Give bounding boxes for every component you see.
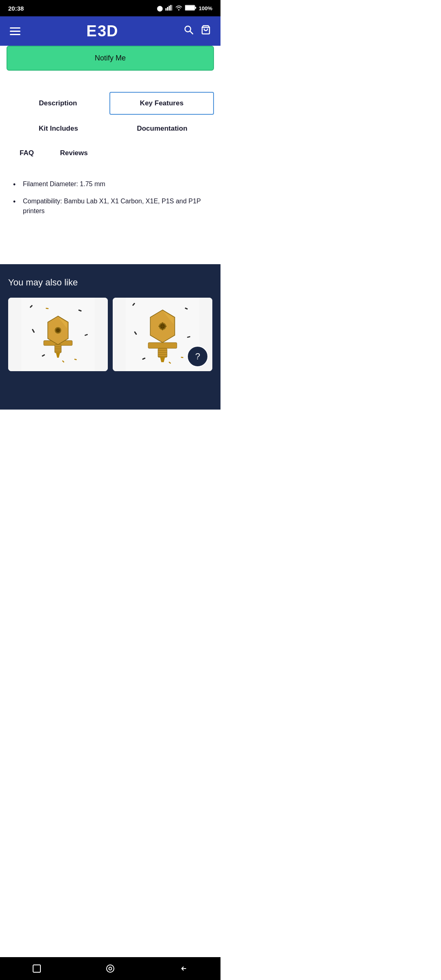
tab-row-1: Description Key Features: [7, 92, 214, 115]
product-grid: ?: [8, 298, 212, 371]
feature-item-1: Filament Diameter: 1.75 mm: [13, 179, 207, 189]
battery-percent: 100%: [199, 5, 212, 11]
svg-rect-47: [158, 348, 167, 357]
also-like-section: You may also like: [0, 264, 220, 387]
logo-middle: 3: [98, 22, 106, 40]
time: 20:38: [8, 5, 24, 12]
tab-documentation[interactable]: Documentation: [110, 118, 214, 139]
logo: E 3 D: [87, 22, 118, 40]
tab-description[interactable]: Description: [7, 92, 109, 115]
svg-rect-4: [172, 5, 173, 11]
tab-row-2: Kit Includes Documentation: [7, 118, 214, 139]
product-card-1[interactable]: [8, 298, 108, 371]
logo-bracket-right: D: [107, 22, 118, 40]
tab-reviews[interactable]: Reviews: [55, 143, 93, 164]
status-icons: ⬤ 100%: [157, 5, 212, 12]
svg-rect-6: [185, 6, 194, 10]
notify-section: Notify Me: [0, 46, 220, 71]
bluetooth-icon: ⬤: [157, 5, 163, 11]
svg-rect-2: [169, 6, 170, 11]
search-icon[interactable]: [184, 25, 194, 37]
svg-rect-0: [165, 8, 167, 11]
svg-point-25: [56, 328, 60, 332]
product-image-1: [8, 298, 108, 371]
svg-rect-1: [167, 7, 168, 11]
wifi-icon: [175, 5, 183, 12]
status-bar: 20:38 ⬤ 100%: [0, 0, 220, 16]
signal-icon: [165, 5, 173, 12]
cart-icon[interactable]: [201, 25, 211, 37]
key-features-content: Filament Diameter: 1.75 mm Compatibility…: [0, 167, 220, 240]
svg-rect-7: [195, 7, 196, 9]
features-list: Filament Diameter: 1.75 mm Compatibility…: [13, 179, 207, 216]
logo-bracket-left: E: [87, 22, 97, 40]
tab-kit-includes[interactable]: Kit Includes: [7, 118, 110, 139]
product-card-2[interactable]: ?: [113, 298, 212, 371]
feature-item-2: Compatibility: Bambu Lab X1, X1 Carbon, …: [13, 196, 207, 216]
also-like-title: You may also like: [8, 277, 212, 288]
help-overlay-icon[interactable]: ?: [187, 346, 208, 367]
header: E 3 D: [0, 16, 220, 46]
header-actions: [184, 25, 211, 37]
tab-key-features[interactable]: Key Features: [109, 92, 214, 115]
tab-navigation: Description Key Features Kit Includes Do…: [0, 82, 220, 164]
battery-icon: [185, 5, 196, 12]
tab-faq[interactable]: FAQ: [15, 143, 39, 164]
svg-line-9: [190, 31, 193, 34]
svg-rect-3: [170, 5, 172, 11]
menu-button[interactable]: [10, 27, 20, 35]
notify-me-button[interactable]: Notify Me: [7, 46, 214, 71]
svg-rect-46: [148, 343, 177, 348]
tab-row-3: FAQ Reviews: [7, 143, 214, 164]
